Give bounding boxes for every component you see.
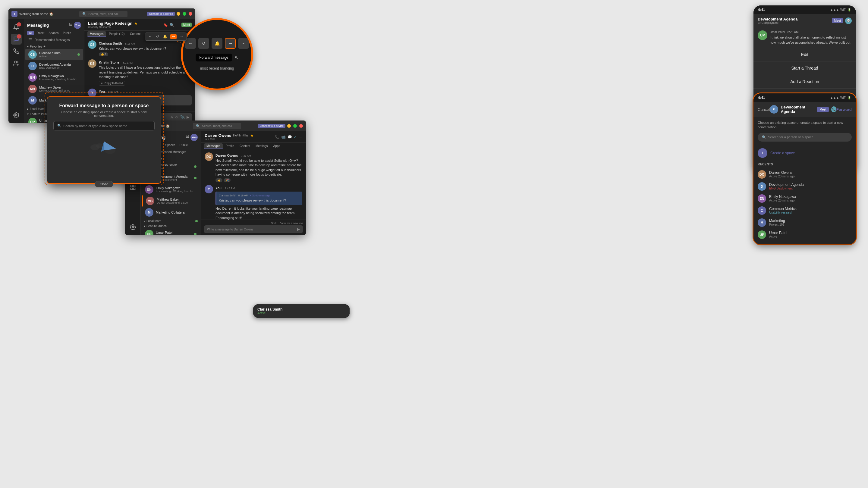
darren-send-btn[interactable]: ▶ bbox=[297, 227, 300, 231]
recent-emily[interactable]: EN Emily Nakagawa Active 25 mins ago bbox=[758, 193, 852, 204]
search-bar-2[interactable]: 🔍 Search, meet, and call bbox=[193, 123, 241, 129]
attach-icon[interactable]: 📎 bbox=[180, 115, 185, 119]
mobile-chat-icon[interactable]: 💬 bbox=[845, 18, 852, 24]
filter-spaces[interactable]: Spaces bbox=[47, 31, 60, 35]
fmt-bell[interactable]: 🔔 bbox=[162, 34, 168, 39]
recent-development[interactable]: D Development Agenda ENG Deployment bbox=[758, 181, 852, 193]
darren-star[interactable]: ★ bbox=[250, 133, 253, 138]
chat-item-matthew[interactable]: MB Matthew Baker Do Not Disturb until 16… bbox=[25, 83, 83, 95]
more-options-icon[interactable]: ⋯ bbox=[176, 23, 180, 27]
fmt-refresh[interactable]: ↺ bbox=[155, 34, 160, 39]
favorite-star[interactable]: ★ bbox=[134, 22, 137, 26]
darren-icon-2[interactable]: 📹 bbox=[281, 135, 286, 139]
send-icon[interactable]: ▶ bbox=[187, 115, 189, 119]
sidebar-chat[interactable]: 1 bbox=[11, 34, 22, 44]
darren-more[interactable]: ⋯ bbox=[299, 135, 302, 139]
clarissa-mobile-name: Clarissa Smith bbox=[257, 307, 282, 312]
recommended-messages[interactable]: ☰ Recommended Messages bbox=[25, 36, 83, 44]
filter-icon[interactable]: ⊟ bbox=[69, 22, 73, 29]
mobile-meet-btn-1[interactable]: Meet bbox=[832, 18, 843, 23]
search-chat-icon[interactable]: 🔍 bbox=[170, 23, 174, 27]
forwarded-from: Clarissa Smith bbox=[219, 194, 236, 197]
circle-zoom: ← ↺ 🔔 ↪ ⋯ Forward message ↖ most recent … bbox=[181, 18, 253, 90]
feature-launch-2[interactable]: ▾ Feature launch bbox=[141, 223, 201, 228]
minimize-button[interactable] bbox=[177, 12, 180, 16]
fmt-more[interactable]: ⋯ bbox=[179, 34, 184, 39]
mobile-menu-edit[interactable]: Edit bbox=[753, 48, 856, 61]
forward-search-input[interactable]: 🔍 Search by name or type a new space nam… bbox=[53, 121, 155, 130]
close-dialog-btn[interactable]: Close bbox=[95, 181, 113, 187]
mobile-forward-btn[interactable]: Forward bbox=[836, 107, 852, 112]
connect-device-btn[interactable]: Connect to a device bbox=[147, 12, 175, 16]
darren-tab-profile[interactable]: Profile bbox=[223, 143, 237, 149]
darren-icon-4[interactable]: ✓ bbox=[294, 135, 297, 139]
mobile-menu-start-thread[interactable]: Start a Thread bbox=[753, 61, 856, 75]
darren-message-input[interactable]: Write a message to Darren Owens ▶ bbox=[204, 225, 303, 233]
darren-reaction-1[interactable]: 👍 bbox=[216, 178, 222, 182]
filter-all[interactable]: All bbox=[27, 31, 34, 35]
chat-item-matthew-2[interactable]: MB Matthew Baker Do Not Disturb until 16… bbox=[142, 195, 199, 207]
create-space-item[interactable]: + Create a space bbox=[758, 146, 852, 160]
fmt-back[interactable]: ← bbox=[147, 34, 153, 39]
maximize-button-2[interactable] bbox=[293, 124, 297, 128]
tab-people[interactable]: People (12) bbox=[107, 31, 127, 37]
tab-content[interactable]: Content bbox=[127, 31, 143, 37]
fmt-forward-active[interactable]: ↪ bbox=[170, 34, 177, 39]
minimize-button-2[interactable] bbox=[287, 124, 291, 128]
search-bar[interactable]: 🔍 Search, meet, and call bbox=[79, 11, 127, 17]
darren-tab-meetings[interactable]: Meetings bbox=[253, 143, 270, 149]
mobile-menu-add-reaction[interactable]: Add a Reaction bbox=[753, 75, 856, 89]
sidebar-settings-2[interactable] bbox=[127, 222, 138, 233]
filter-icon-2[interactable]: ⊟ bbox=[186, 134, 189, 141]
close-button-2[interactable] bbox=[299, 124, 303, 128]
local-team-2[interactable]: ▸ Local team bbox=[141, 218, 201, 223]
darren-tab-messages[interactable]: Messages bbox=[204, 143, 223, 149]
recent-darren[interactable]: DO Darren Owens Active 20 mins ago bbox=[758, 168, 852, 181]
reply-thread-btn[interactable]: ↩ Reply to thread bbox=[99, 81, 125, 86]
emoji-icon[interactable]: ☺ bbox=[175, 115, 179, 119]
filter-public[interactable]: Public bbox=[61, 31, 73, 35]
chat-item-marketing-2[interactable]: M Marketing Collateral bbox=[142, 207, 199, 218]
filter-direct[interactable]: Direct bbox=[35, 31, 46, 35]
close-button[interactable] bbox=[189, 12, 192, 16]
recent-common[interactable]: C Common Metrics Usability research bbox=[758, 204, 852, 217]
cursor-indicator: ↖ bbox=[235, 55, 239, 61]
forward-phone-icon[interactable]: 📞 bbox=[831, 106, 836, 112]
zoom-more-btn[interactable]: ⋯ bbox=[238, 38, 249, 49]
sidebar-calls[interactable] bbox=[11, 46, 22, 57]
meet-button[interactable]: Meet bbox=[181, 23, 192, 27]
mobile-forward-search[interactable]: 🔍 Search for a person or a space bbox=[758, 133, 852, 141]
mobile-meet-btn-2[interactable]: Meet bbox=[817, 107, 829, 112]
filter-public-2[interactable]: Public bbox=[178, 143, 190, 147]
favorites-section[interactable]: ▾ Favorites ★ bbox=[24, 44, 84, 49]
sidebar-teams[interactable] bbox=[11, 58, 22, 69]
zoom-forward-btn[interactable]: ↪ bbox=[225, 38, 236, 49]
darren-icon-1[interactable]: 📞 bbox=[275, 135, 279, 139]
maximize-button[interactable] bbox=[183, 12, 186, 16]
user-avatar-header[interactable]: You bbox=[74, 22, 81, 29]
recent-marketing[interactable]: M Marketing Project 191 bbox=[758, 217, 852, 229]
darren-tab-apps[interactable]: Apps bbox=[271, 143, 283, 149]
user-avatar-header-2[interactable]: You bbox=[190, 134, 198, 141]
darren-tab-content[interactable]: Content bbox=[237, 143, 253, 149]
chat-item-emily-2[interactable]: EN Emily Nakagawa In a meeting • Working… bbox=[142, 184, 199, 195]
tab-messages[interactable]: Messages bbox=[87, 31, 106, 37]
zoom-bell-btn[interactable]: 🔔 bbox=[212, 38, 222, 49]
zoom-refresh-btn[interactable]: ↺ bbox=[198, 38, 209, 49]
sidebar-settings[interactable] bbox=[11, 110, 22, 121]
format-icon[interactable]: A bbox=[170, 115, 173, 119]
filter-spaces-2[interactable]: Spaces bbox=[163, 143, 177, 147]
sidebar-activity[interactable]: 2 bbox=[11, 22, 22, 33]
recent-umar[interactable]: UP Umar Patel Active bbox=[758, 229, 852, 241]
chat-item-development[interactable]: D Development Agenda ENG Deployment bbox=[25, 60, 83, 72]
chat-item-umar-2[interactable]: UP Umar Patel Presenting • At the office bbox=[142, 228, 199, 235]
chat-item-clarissa[interactable]: CS Clarissa Smith Active bbox=[25, 49, 83, 60]
chat-item-emily[interactable]: EN Emily Nakagawa In a meeting • Working… bbox=[25, 72, 83, 83]
bookmark-icon[interactable]: 🔖 bbox=[163, 23, 168, 27]
connect-device-btn-2[interactable]: Connect to a device bbox=[258, 124, 285, 128]
mobile-cancel-btn[interactable]: Cancel bbox=[758, 107, 770, 112]
darren-icon-3[interactable]: 💬 bbox=[287, 135, 292, 139]
go-to-message-link[interactable]: • Go to message bbox=[250, 194, 270, 197]
darren-reaction-2[interactable]: 🎉 bbox=[224, 178, 230, 182]
reaction-1[interactable]: 👍 1 bbox=[99, 53, 108, 56]
